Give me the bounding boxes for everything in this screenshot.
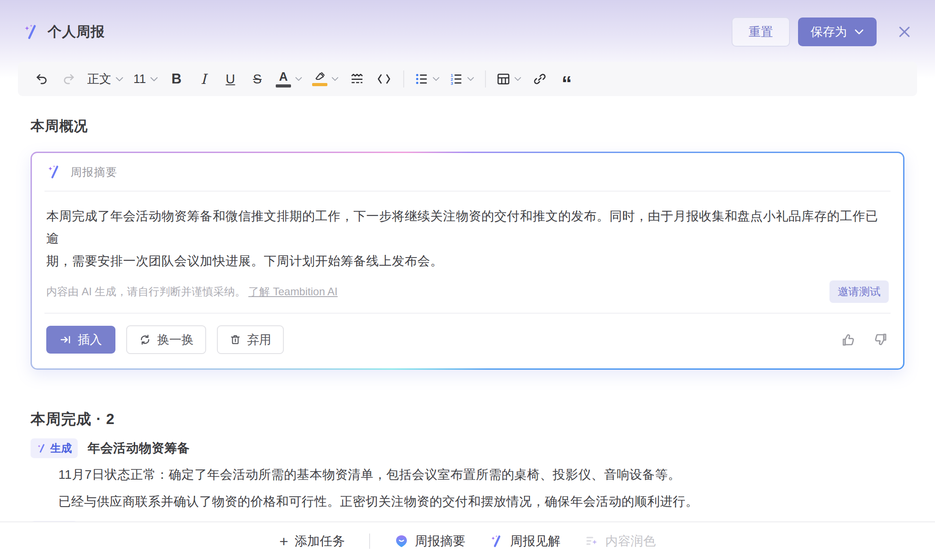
chevron-down-icon	[514, 77, 521, 81]
chevron-down-icon	[115, 77, 123, 82]
refresh-icon	[139, 333, 151, 346]
italic-button[interactable]: I	[191, 66, 216, 92]
task-item: 生成 年会活动物资筹备 11月7日状态正常：确定了年会活动所需的基本物资清单，包…	[31, 438, 904, 512]
weekly-insight-label: 周报见解	[510, 533, 560, 550]
invite-test-badge[interactable]: 邀请测试	[829, 280, 889, 303]
generated-badge: 生成	[31, 438, 78, 458]
ai-card-title: 周报摘要	[71, 165, 117, 179]
weekly-insight-button[interactable]: 周报见解	[490, 533, 560, 550]
insert-arrow-icon	[60, 334, 71, 346]
content-polish-label: 内容润色	[605, 533, 656, 550]
chevron-down-icon	[295, 77, 302, 81]
svg-text:3: 3	[451, 81, 453, 86]
font-size-value: 11	[133, 72, 146, 86]
ordered-list-button[interactable]: 123	[446, 66, 478, 92]
bottom-action-bar: + 添加任务 周报摘要 周报见解 内容润色	[0, 521, 935, 560]
magic-wand-icon	[46, 164, 62, 180]
content-polish-button[interactable]: 内容润色	[585, 533, 656, 550]
weekly-summary-button[interactable]: 周报摘要	[394, 533, 465, 550]
insert-button[interactable]: 插入	[46, 326, 115, 354]
discard-button[interactable]: 弃用	[217, 325, 284, 354]
regenerate-label: 换一换	[157, 332, 194, 348]
highlighter-icon	[313, 72, 326, 82]
redo-button[interactable]	[57, 66, 81, 92]
font-size-select[interactable]: 11	[130, 66, 162, 92]
ai-disclaimer-text: 内容由 AI 生成，请自行判断并谨慎采纳。	[46, 284, 246, 299]
ai-summary-line: 期，需要安排一次团队会议加快进展。下周计划开始筹备线上发布会。	[46, 250, 889, 272]
regenerate-button[interactable]: 换一换	[126, 325, 206, 354]
thumbs-down-icon[interactable]	[873, 332, 889, 348]
paragraph-style-select[interactable]: 正文	[84, 66, 127, 92]
insert-table-button[interactable]	[493, 66, 525, 92]
magic-wand-icon	[36, 443, 47, 454]
divider-line-button[interactable]	[345, 66, 369, 92]
ai-disclaimer-row: 内容由 AI 生成，请自行判断并谨慎采纳。 了解 Teambition AI 邀…	[44, 280, 891, 303]
thumbs-up-icon[interactable]	[840, 332, 856, 348]
highlight-color-button[interactable]	[309, 66, 342, 92]
ai-card-header: 周报摘要	[44, 153, 891, 192]
toolbar-separator	[485, 70, 486, 88]
ai-actions-row: 插入 换一换 弃用	[44, 314, 891, 368]
bullet-list-button[interactable]	[411, 66, 443, 92]
page-title: 个人周报	[48, 22, 105, 41]
chevron-down-icon	[331, 77, 339, 81]
bullet-list-icon	[415, 72, 428, 86]
generated-badge-label: 生成	[50, 441, 72, 455]
plus-icon: +	[279, 534, 288, 549]
insert-label: 插入	[78, 332, 102, 348]
ai-summary-text: 本周完成了年会活动物资筹备和微信推文排期的工作，下一步将继续关注物资的交付和推文…	[44, 205, 891, 272]
section-title-done: 本周完成 · 2	[31, 409, 904, 429]
task-title[interactable]: 年会活动物资筹备	[88, 440, 190, 457]
chevron-down-icon	[432, 77, 440, 81]
footer-separator	[369, 534, 370, 549]
chevron-down-icon	[467, 77, 474, 81]
ordered-list-icon: 123	[450, 72, 463, 86]
polish-sparkle-icon	[585, 534, 599, 548]
magic-wand-icon	[490, 534, 504, 548]
ai-summary-card: 周报摘要 本周完成了年会活动物资筹备和微信推文排期的工作，下一步将继续关注物资的…	[31, 152, 904, 370]
code-button[interactable]	[372, 66, 396, 92]
table-icon	[497, 73, 510, 85]
dialog-header: 个人周报 重置 保存为	[0, 0, 935, 47]
close-icon[interactable]	[895, 22, 914, 42]
weekly-summary-label: 周报摘要	[415, 533, 465, 550]
blockquote-button[interactable]: “	[555, 66, 579, 92]
link-icon	[533, 72, 547, 86]
trash-icon	[229, 334, 241, 346]
ai-summary-line: 本周完成了年会活动物资筹备和微信推文排期的工作，下一步将继续关注物资的交付和推文…	[46, 205, 889, 250]
undo-button[interactable]	[30, 66, 54, 92]
rich-text-toolbar: 正文 11 B I U S A	[18, 62, 917, 96]
ai-assistant-icon	[394, 534, 409, 548]
chevron-down-icon	[150, 77, 158, 82]
bold-button[interactable]: B	[164, 66, 189, 92]
task-status-line: 11月7日状态正常：确定了年会活动所需的基本物资清单，包括会议室布置所需的桌椅、…	[58, 464, 904, 485]
insert-link-button[interactable]	[528, 66, 552, 92]
strikethrough-button[interactable]: S	[245, 66, 269, 92]
save-as-button[interactable]: 保存为	[798, 18, 877, 46]
add-task-button[interactable]: + 添加任务	[279, 533, 345, 550]
magic-wand-icon	[22, 23, 40, 41]
font-color-button[interactable]: A	[272, 66, 306, 92]
save-as-label: 保存为	[811, 24, 847, 40]
chevron-down-icon	[854, 29, 864, 35]
section-title-overview: 本周概况	[31, 117, 904, 136]
task-status-line: 已经与供应商联系并确认了物资的价格和可行性。正密切关注物资的交付和摆放情况，确保…	[58, 491, 904, 512]
teambition-ai-link[interactable]: 了解 Teambition AI	[248, 284, 338, 299]
paragraph-style-value: 正文	[87, 71, 111, 87]
discard-label: 弃用	[247, 332, 271, 348]
reset-button[interactable]: 重置	[732, 17, 790, 47]
add-task-label: 添加任务	[295, 533, 345, 550]
underline-button[interactable]: U	[218, 66, 243, 92]
toolbar-separator	[403, 70, 404, 88]
